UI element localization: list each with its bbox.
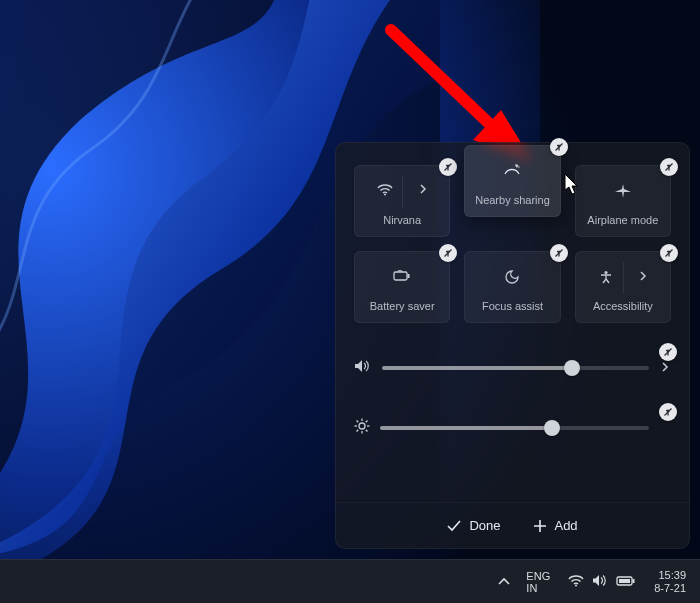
done-button[interactable]: Done	[447, 518, 500, 533]
wifi-icon	[377, 184, 393, 196]
taskbar: ENG IN 15:39 8-7-21	[0, 559, 700, 603]
battery-icon	[616, 575, 636, 589]
battery-saver-icon	[392, 270, 412, 282]
svg-point-32	[575, 584, 577, 586]
check-icon	[447, 520, 461, 532]
tray-overflow-chevron[interactable]	[490, 569, 518, 595]
svg-point-23	[359, 423, 365, 429]
accessibility-icon	[599, 270, 613, 284]
lang-secondary: IN	[526, 582, 537, 594]
slider-track[interactable]	[380, 426, 649, 430]
time-label: 15:39	[658, 569, 686, 582]
add-label: Add	[554, 518, 577, 533]
wifi-icon	[568, 575, 584, 589]
nearby-sharing-icon	[503, 164, 521, 176]
tile-label: Focus assist	[482, 300, 543, 312]
svg-line-28	[357, 421, 359, 423]
clock[interactable]: 15:39 8-7-21	[646, 569, 694, 595]
language-indicator[interactable]: ENG IN	[518, 570, 558, 594]
svg-rect-12	[394, 272, 407, 280]
unpin-button[interactable]	[550, 138, 568, 156]
svg-rect-13	[408, 274, 410, 278]
chevron-right-icon[interactable]	[640, 271, 647, 283]
volume-slider[interactable]	[354, 353, 671, 383]
unpin-button[interactable]	[659, 403, 677, 421]
tile-label: Airplane mode	[587, 214, 658, 226]
svg-line-30	[357, 430, 359, 432]
wifi-tile[interactable]: Nirvana	[354, 165, 450, 237]
volume-icon	[592, 574, 608, 589]
svg-line-29	[366, 430, 368, 432]
unpin-button[interactable]	[660, 244, 678, 262]
slider-track[interactable]	[382, 366, 649, 370]
airplane-icon	[615, 184, 631, 198]
done-label: Done	[469, 518, 500, 533]
unpin-button[interactable]	[550, 244, 568, 262]
quick-settings-panel: Nirvana Nearby sharing A	[335, 142, 690, 549]
lang-primary: ENG	[526, 570, 550, 582]
slider-thumb[interactable]	[564, 360, 580, 376]
brightness-slider[interactable]	[354, 413, 671, 443]
svg-point-5	[384, 194, 386, 196]
tile-label: Battery saver	[370, 300, 435, 312]
tile-label: Nearby sharing	[475, 194, 550, 206]
tiles-row-1: Nirvana Nearby sharing A	[354, 165, 671, 237]
panel-footer: Done Add	[336, 502, 689, 548]
tile-label: Nirvana	[383, 214, 421, 226]
slider-thumb[interactable]	[544, 420, 560, 436]
svg-point-18	[604, 271, 607, 274]
airplane-mode-tile[interactable]: Airplane mode	[575, 165, 671, 237]
chevron-right-icon[interactable]	[420, 184, 427, 196]
focus-assist-tile[interactable]: Focus assist	[464, 251, 560, 323]
brightness-icon	[354, 418, 370, 438]
unpin-button[interactable]	[439, 158, 457, 176]
tile-label: Accessibility	[593, 300, 653, 312]
focus-assist-icon	[505, 270, 519, 284]
plus-icon	[534, 520, 546, 532]
add-button[interactable]: Add	[534, 518, 577, 533]
svg-rect-35	[619, 579, 630, 583]
unpin-button[interactable]	[439, 244, 457, 262]
system-tray[interactable]	[558, 574, 646, 589]
svg-rect-34	[633, 579, 635, 583]
date-label: 8-7-21	[654, 582, 686, 595]
battery-saver-tile[interactable]: Battery saver	[354, 251, 450, 323]
svg-line-31	[366, 421, 368, 423]
unpin-button[interactable]	[660, 158, 678, 176]
volume-icon	[354, 359, 372, 377]
accessibility-tile[interactable]: Accessibility	[575, 251, 671, 323]
nearby-sharing-tile[interactable]: Nearby sharing	[464, 145, 560, 217]
chevron-right-icon[interactable]	[659, 362, 671, 374]
unpin-button[interactable]	[659, 343, 677, 361]
tiles-row-2: Battery saver Focus assist	[354, 251, 671, 323]
